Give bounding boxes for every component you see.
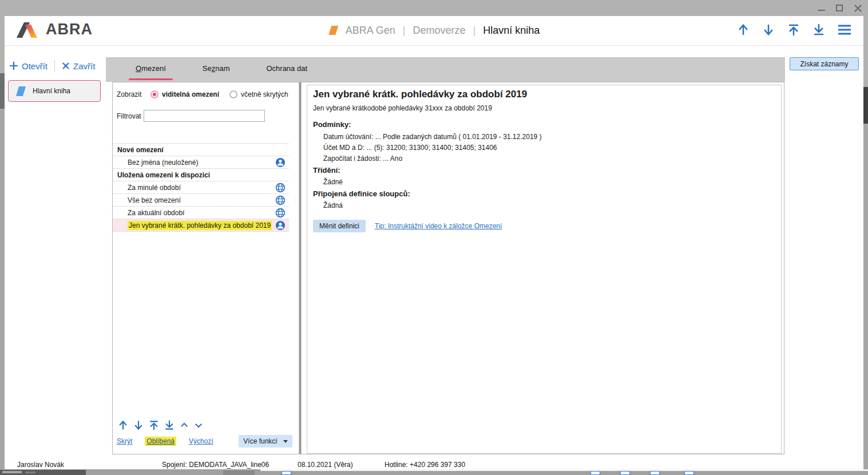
get-records-label: Získat záznamy [800,60,848,68]
menu-icon[interactable] [837,23,852,36]
list-section-header: Uložená omezení k dispozici [113,169,289,181]
status-user: Jaroslav Novák [17,461,64,469]
tab-label-part: nam [215,64,229,73]
detail-subtitle: Jen vybrané krátkodobé pohledávky 31xxx … [313,104,492,112]
get-records-button[interactable]: Získat záznamy [790,57,859,70]
radio-unselected-icon [229,90,237,98]
background-window-fragment [863,124,868,469]
arrow-up-icon[interactable] [736,23,750,37]
list-item[interactable]: Bez jména (neuložené) [113,156,289,169]
list-item-label: Bez jména (neuložené) [128,159,275,167]
close-module-button-label: Zavřít [73,61,95,71]
change-definition-label: Měnit definici [319,222,359,230]
breadcrumb-version: Demoverze [413,25,465,37]
close-module-button[interactable]: Zavřít [62,61,95,71]
tab-ochrana-dat[interactable]: Ochrana dat [248,57,326,82]
breadcrumb-module: Hlavní kniha [483,25,540,37]
globe-icon [275,195,286,205]
status-connection: Spojení: DEMODATA_JAVA_line06 [162,461,269,469]
person-icon [275,220,286,231]
tab-label-accel: O [136,64,141,73]
radio-hidden-label: včetně skrytých [241,90,288,98]
dropdown-caret-icon [283,440,288,443]
hide-link[interactable]: Skrýt [117,437,132,445]
arrow-down-icon[interactable] [762,23,775,37]
background-window-fragment [863,87,868,124]
conditions-header: Podmínky: [313,120,351,129]
sorting-header: Třídění: [313,166,340,175]
tab-seznam[interactable]: Seznam [184,57,248,82]
sidebar-item-hlavni-kniha[interactable]: Hlavní kniha [8,80,101,102]
arrow-to-bottom-icon[interactable] [812,23,826,37]
list-item[interactable]: Vše bez omezení [113,194,289,207]
open-button-label: Otevřít [22,61,47,71]
sidebar-actions: Otevřít Zavřít [9,60,95,72]
change-definition-button[interactable]: Měnit definici [313,220,366,232]
tab-bar: Omezení Seznam Ochrana dat [106,57,785,82]
list-item-label: Za aktuální období [128,209,275,217]
arrow-to-top-icon[interactable] [787,23,800,37]
open-button[interactable]: Otevřít [9,61,47,71]
columns-definition-value: Žádná [323,201,343,209]
background-window-strip [0,469,868,475]
tutorial-video-link[interactable]: Tip: Instruktážní video k záložce Omezen… [375,222,502,230]
filter-input[interactable] [144,110,265,122]
background-window-fragment [0,73,5,109]
favorites-link[interactable]: Oblíbená [145,437,176,446]
logo-text: ABRA [46,21,93,38]
list-item[interactable]: Za aktuální období [113,207,289,219]
detail-title: Jen vybrané krátk. pohledávky za období … [313,89,527,100]
list-item[interactable]: Za minulé období [113,181,289,194]
abra-logo: ABRA [16,21,93,38]
status-bar: Jaroslav Novák Spojení: DEMODATA_JAVA_li… [5,455,863,469]
breadcrumb-app: ABRA Gen [346,25,395,37]
globe-icon [275,208,286,218]
list-item-selected[interactable]: Jen vybrané krátk. pohledávky za období … [113,219,289,232]
tab-omezeni[interactable]: Omezení [117,57,184,82]
status-hotline: Hotline: +420 296 397 330 [385,461,465,469]
default-link[interactable]: Výchozí [189,437,213,445]
divider [54,60,55,72]
sidebar-item-label: Hlavní kniha [33,87,70,95]
more-functions-dropdown[interactable]: Více funkcí [239,435,292,448]
move-up-icon[interactable] [117,419,129,431]
background-window-fragment [0,109,5,469]
module-parallelogram-icon [328,25,338,35]
radio-selected-icon [150,90,158,98]
filtrovat-label: Filtrovat [117,112,144,120]
window-titlebar[interactable] [0,0,868,16]
header-divider [5,45,863,46]
maximize-icon[interactable] [835,3,844,13]
header-nav-icons [736,23,852,37]
chevron-down-icon[interactable] [193,420,204,430]
breadcrumb: ABRA Gen | Demoverze | Hlavní kniha [328,22,540,39]
filtrovat-row: Filtrovat [117,110,265,122]
restrictions-list: Nové omezení Bez jména (neuložené) Ulože… [113,143,289,232]
zobrazit-row: Zobrazit viditelná omezení včetně skrytý… [117,90,288,98]
move-down-icon[interactable] [133,419,144,431]
list-footer-links: Skrýt Oblíbená Výchozí [117,437,213,446]
move-to-top-icon[interactable] [148,419,160,431]
background-window-fragment [0,470,86,475]
person-icon [275,157,286,168]
globe-icon [275,183,286,193]
screen: ABRA ABRA Gen | Demoverze | Hlavní kniha [0,0,868,475]
condition-line: Započítat i žádosti: ... Ano [323,155,402,163]
status-date: 08.10.2021 (Věra) [298,461,353,469]
minimize-icon[interactable] [817,3,826,13]
panel-splitter[interactable] [298,82,302,454]
chevron-up-icon[interactable] [179,420,189,430]
condition-line: Datum účtování: ... Podle zadaných datum… [323,133,542,141]
list-section-header: Nové omezení [113,143,289,156]
sorting-value: Žádné [323,178,343,186]
radio-including-hidden[interactable]: včetně skrytých [229,90,288,98]
list-item-label-highlighted: Jen vybrané krátk. pohledávky za období … [128,221,272,230]
more-functions-label: Více funkcí [243,437,277,445]
active-tab-indicator [129,78,173,80]
tab-label-part: Se [203,64,212,73]
radio-visible-restrictions[interactable]: viditelná omezení [150,90,219,98]
move-to-bottom-icon[interactable] [164,419,175,431]
abra-logo-icon [16,21,41,38]
close-icon[interactable] [853,3,862,13]
list-reorder-controls [117,419,204,431]
